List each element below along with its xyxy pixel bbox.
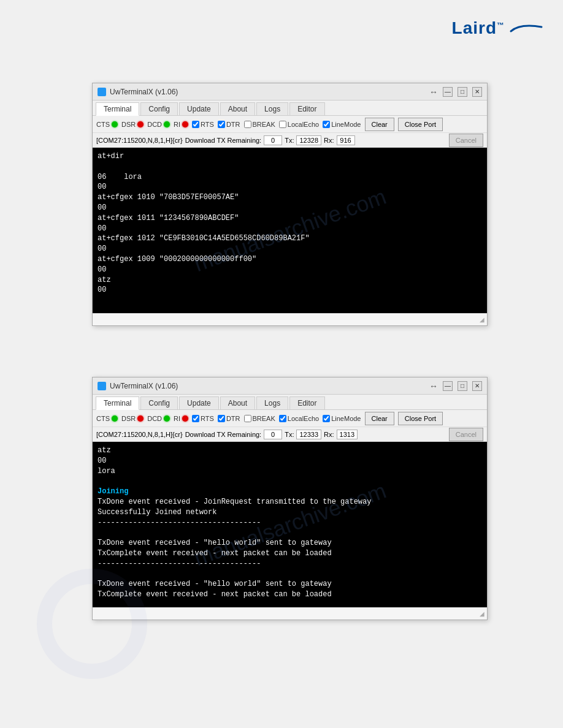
terminal-2[interactable]: manualsarchive.com atz00lora JoiningTxDo… (93, 442, 487, 607)
tab-bar-2: Terminal Config Update About Logs Editor (93, 395, 487, 410)
bottom-strip-2: ◢ (93, 607, 487, 620)
port-info-2: [COM27:115200,N,8,1,H]{cr} (96, 431, 183, 438)
dcd-led-1 (164, 121, 170, 127)
tab-logs-2[interactable]: Logs (256, 396, 288, 409)
download-tx-label-2: Download TX Remaining: (185, 431, 262, 438)
maximize-btn-2[interactable]: □ (458, 381, 467, 391)
ri-label-2: RI (174, 415, 180, 422)
titlebar-controls-2[interactable]: ↔ — □ ✕ (429, 381, 482, 391)
cts-led-2 (112, 415, 118, 422)
statusbar-2: CTS DSR DCD RI RTS DTR BREAK LocalEcho (93, 410, 487, 427)
terminal-content-2: atz00lora JoiningTxDone event received -… (98, 446, 482, 600)
dsr-label-1: DSR (121, 121, 136, 128)
bottom-strip-1: ◢ (93, 313, 487, 325)
tab-about-2[interactable]: About (220, 396, 255, 409)
titlebar-2: UwTerminalX (v1.06) ↔ — □ ✕ (93, 377, 487, 395)
break-checkbox-2[interactable]: BREAK (244, 415, 275, 422)
resize-grip-2: ◢ (480, 610, 484, 617)
cancel-button-1[interactable]: Cancel (449, 134, 483, 147)
tx-value-1: 12328 (296, 135, 321, 145)
laird-swoosh-icon (508, 22, 545, 34)
dsr-indicator-2: DSR (121, 415, 144, 422)
clear-button-1[interactable]: Clear (365, 118, 394, 131)
tab-terminal-1[interactable]: Terminal (96, 102, 139, 116)
terminal-content-1: at+dir 06 lora 00 at+cfgex 1010 "70B3D57… (98, 151, 482, 295)
cts-label-2: CTS (96, 415, 110, 422)
titlebar-1: UwTerminalX (v1.06) ↔ — □ ✕ (93, 83, 487, 100)
closeport-button-2[interactable]: Close Port (398, 412, 443, 425)
titlebar-left-2: UwTerminalX (v1.06) (98, 382, 178, 390)
window-title-2: UwTerminalX (v1.06) (110, 382, 178, 390)
tab-editor-1[interactable]: Editor (289, 102, 324, 115)
tab-config-1[interactable]: Config (140, 102, 178, 115)
cancel-button-2[interactable]: Cancel (449, 428, 483, 441)
terminal-1[interactable]: manualsarchive.com at+dir 06 lora 00 at+… (93, 148, 487, 313)
linemode-checkbox-1[interactable]: LineMode (323, 121, 361, 128)
tab-update-2[interactable]: Update (179, 396, 219, 409)
dsr-led-2 (137, 415, 144, 422)
download-tx-label-1: Download TX Remaining: (185, 137, 262, 144)
trademark-symbol: ™ (497, 21, 505, 29)
minimize-btn-1[interactable]: — (443, 87, 453, 97)
window-title-1: UwTerminalX (v1.06) (110, 88, 178, 96)
arrow-icon-1: ↔ (429, 87, 438, 97)
tx-label-2: Tx: (285, 431, 294, 438)
rts-checkbox-1[interactable]: RTS (192, 121, 214, 128)
dcd-indicator-1: DCD (147, 121, 170, 128)
localecho-checkbox-1[interactable]: LocalEcho (279, 121, 319, 128)
titlebar-controls-1[interactable]: ↔ — □ ✕ (429, 87, 482, 97)
logo-area: Laird™ (452, 18, 545, 38)
dsr-label-2: DSR (121, 415, 136, 422)
window-1: UwTerminalX (v1.06) ↔ — □ ✕ Terminal Con… (92, 83, 488, 326)
dtr-checkbox-2[interactable]: DTR (218, 415, 240, 422)
maximize-btn-1[interactable]: □ (458, 87, 467, 97)
tab-update-1[interactable]: Update (179, 102, 219, 115)
infobar-1: [COM27:115200,N,8,1,H]{cr} Download TX R… (93, 133, 487, 148)
ri-led-1 (182, 121, 188, 127)
infobar-2: [COM27:115200,N,8,1,H]{cr} Download TX R… (93, 427, 487, 442)
dsr-led-1 (137, 121, 144, 127)
linemode-checkbox-2[interactable]: LineMode (323, 415, 361, 422)
ri-indicator-2: RI (174, 415, 188, 422)
tx-value-2: 12333 (296, 430, 321, 439)
tab-bar-1: Terminal Config Update About Logs Editor (93, 100, 487, 116)
port-info-1: [COM27:115200,N,8,1,H]{cr} (96, 137, 183, 144)
rx-label-2: Rx: (324, 431, 334, 438)
resize-grip-1: ◢ (480, 316, 484, 323)
rts-checkbox-2[interactable]: RTS (192, 415, 214, 422)
dsr-indicator-1: DSR (121, 121, 144, 128)
cts-indicator-1: CTS (96, 121, 118, 128)
close-btn-1[interactable]: ✕ (472, 87, 482, 97)
dcd-led-2 (164, 415, 170, 422)
window-2: UwTerminalX (v1.06) ↔ — □ ✕ Terminal Con… (92, 377, 488, 620)
app-icon-1 (98, 88, 106, 96)
dcd-label-1: DCD (147, 121, 162, 128)
rx-label-1: Rx: (324, 137, 334, 144)
statusbar-1: CTS DSR DCD RI RTS DTR BREAK LocalEcho (93, 116, 487, 133)
tab-logs-1[interactable]: Logs (256, 102, 288, 115)
dtr-checkbox-1[interactable]: DTR (218, 121, 240, 128)
rx-value-1: 916 (337, 135, 355, 145)
dcd-indicator-2: DCD (147, 415, 170, 422)
closeport-button-1[interactable]: Close Port (398, 118, 443, 131)
minimize-btn-2[interactable]: — (443, 381, 453, 391)
download-tx-value-1: 0 (264, 135, 282, 145)
download-tx-value-2: 0 (264, 430, 282, 439)
dcd-label-2: DCD (147, 415, 162, 422)
close-btn-2[interactable]: ✕ (472, 381, 482, 391)
localecho-checkbox-2[interactable]: LocalEcho (279, 415, 319, 422)
ri-led-2 (182, 415, 188, 422)
ri-indicator-1: RI (174, 121, 188, 128)
arrow-icon-2: ↔ (429, 381, 438, 391)
tab-config-2[interactable]: Config (140, 396, 178, 409)
clear-button-2[interactable]: Clear (365, 412, 394, 425)
cts-led-1 (112, 121, 118, 127)
cts-label-1: CTS (96, 121, 110, 128)
rx-value-2: 1313 (337, 430, 358, 439)
laird-logo: Laird™ (452, 18, 505, 38)
tab-terminal-2[interactable]: Terminal (96, 396, 139, 410)
cts-indicator-2: CTS (96, 415, 118, 422)
break-checkbox-1[interactable]: BREAK (244, 121, 275, 128)
tab-about-1[interactable]: About (220, 102, 255, 115)
tab-editor-2[interactable]: Editor (289, 396, 324, 409)
